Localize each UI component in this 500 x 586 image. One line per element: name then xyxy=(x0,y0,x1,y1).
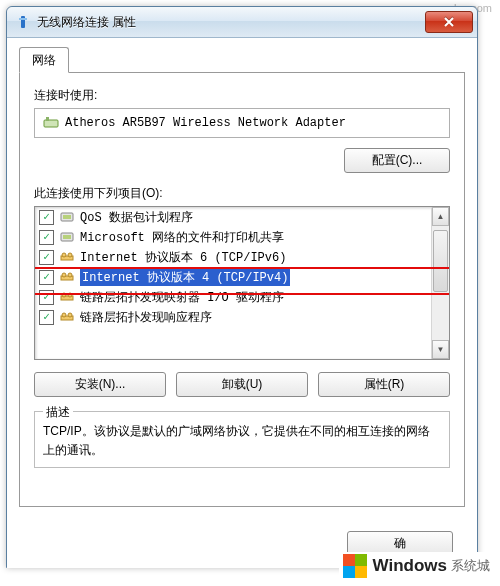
watermark-brand: Windows xyxy=(373,556,447,576)
item-checkbox[interactable] xyxy=(39,310,54,325)
svg-point-19 xyxy=(68,313,72,317)
protocol-icon xyxy=(59,249,75,265)
scroll-track[interactable] xyxy=(432,226,449,340)
svg-point-13 xyxy=(68,273,72,277)
client-area: 网络 连接时使用: Atheros AR5B97 Wireless Networ… xyxy=(7,38,477,568)
item-label: Internet 协议版本 6 (TCP/IPv6) xyxy=(80,249,286,266)
svg-point-12 xyxy=(62,273,66,277)
adapter-label: 连接时使用: xyxy=(34,87,450,104)
listbox-scrollbar[interactable]: ▲ ▼ xyxy=(431,207,449,359)
svg-rect-1 xyxy=(19,18,27,20)
item-label: Internet 协议版本 4 (TCP/IPv4) xyxy=(80,269,290,286)
svg-rect-3 xyxy=(46,117,49,121)
install-button[interactable]: 安装(N)... xyxy=(34,372,166,397)
wireless-icon xyxy=(15,14,31,30)
svg-point-16 xyxy=(68,293,72,297)
description-legend: 描述 xyxy=(43,404,73,421)
svg-rect-5 xyxy=(63,215,71,219)
adapter-icon xyxy=(43,115,59,131)
list-item[interactable]: Internet 协议版本 6 (TCP/IPv6) xyxy=(35,247,431,267)
watermark-tagline: 系统城 xyxy=(451,557,490,575)
protocol-icon xyxy=(59,289,75,305)
item-label: 链路层拓扑发现映射器 I/O 驱动程序 xyxy=(80,289,284,306)
protocol-icon xyxy=(59,309,75,325)
svg-point-9 xyxy=(62,253,66,257)
list-item[interactable]: 链路层拓扑发现映射器 I/O 驱动程序 xyxy=(35,287,431,307)
tab-strip: 网络 xyxy=(19,48,465,72)
list-item[interactable]: QoS 数据包计划程序 xyxy=(35,207,431,227)
description-text: TCP/IP。该协议是默认的广域网络协议，它提供在不同的相互连接的网络上的通讯。 xyxy=(43,422,441,459)
close-icon xyxy=(444,17,454,27)
component-buttons: 安装(N)... 卸载(U) 属性(R) xyxy=(34,372,450,397)
window-title: 无线网络连接 属性 xyxy=(37,14,425,31)
protocol-icon xyxy=(59,269,75,285)
scroll-thumb[interactable] xyxy=(433,230,448,292)
item-label: QoS 数据包计划程序 xyxy=(80,209,193,226)
list-item[interactable]: Microsoft 网络的文件和打印机共享 xyxy=(35,227,431,247)
service-icon xyxy=(59,209,75,225)
item-checkbox[interactable] xyxy=(39,230,54,245)
svg-rect-7 xyxy=(63,235,71,239)
titlebar[interactable]: 无线网络连接 属性 xyxy=(7,7,477,38)
tab-network[interactable]: 网络 xyxy=(19,47,69,73)
svg-rect-0 xyxy=(21,16,25,28)
scroll-up-button[interactable]: ▲ xyxy=(432,207,449,226)
uninstall-button[interactable]: 卸载(U) xyxy=(176,372,308,397)
watermark: Windows 系统城 xyxy=(339,552,494,580)
configure-button[interactable]: 配置(C)... xyxy=(344,148,450,173)
properties-window: 无线网络连接 属性 网络 连接时使用: Atheros AR5B97 Wirel… xyxy=(6,6,478,568)
close-button[interactable] xyxy=(425,11,473,33)
list-item[interactable]: Internet 协议版本 4 (TCP/IPv4) xyxy=(35,267,431,287)
item-label: Microsoft 网络的文件和打印机共享 xyxy=(80,229,284,246)
items-label: 此连接使用下列项目(O): xyxy=(34,185,450,202)
tab-panel: 连接时使用: Atheros AR5B97 Wireless Network A… xyxy=(19,72,465,507)
svg-rect-2 xyxy=(44,120,58,127)
svg-point-10 xyxy=(68,253,72,257)
item-checkbox[interactable] xyxy=(39,290,54,305)
item-checkbox[interactable] xyxy=(39,250,54,265)
properties-button[interactable]: 属性(R) xyxy=(318,372,450,397)
service-icon xyxy=(59,229,75,245)
adapter-name: Atheros AR5B97 Wireless Network Adapter xyxy=(65,116,346,130)
scroll-down-button[interactable]: ▼ xyxy=(432,340,449,359)
item-label: 链路层拓扑发现响应程序 xyxy=(80,309,212,326)
windows-logo-icon xyxy=(343,554,367,578)
adapter-box: Atheros AR5B97 Wireless Network Adapter xyxy=(34,108,450,138)
svg-point-18 xyxy=(62,313,66,317)
item-checkbox[interactable] xyxy=(39,210,54,225)
description-group: 描述 TCP/IP。该协议是默认的广域网络协议，它提供在不同的相互连接的网络上的… xyxy=(34,411,450,468)
item-checkbox[interactable] xyxy=(39,270,54,285)
svg-point-15 xyxy=(62,293,66,297)
list-item[interactable]: 链路层拓扑发现响应程序 xyxy=(35,307,431,327)
components-listbox[interactable]: QoS 数据包计划程序Microsoft 网络的文件和打印机共享Internet… xyxy=(34,206,450,360)
